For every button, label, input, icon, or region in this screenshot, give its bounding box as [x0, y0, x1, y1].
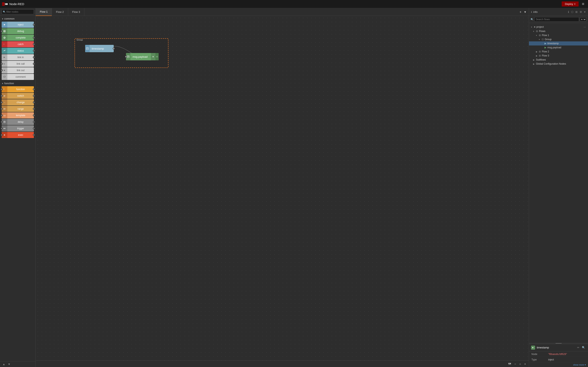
node-switch-port-left — [1, 95, 3, 97]
node-catch-port-right — [33, 43, 35, 45]
node-range-label: range — [7, 108, 34, 110]
timestamp-node-icon — [85, 45, 90, 52]
node-trigger-port-right — [33, 127, 35, 129]
node-comment-icon — [2, 74, 7, 80]
node-complete[interactable]: complete — [2, 35, 34, 41]
project-dots-menu[interactable]: ··· — [584, 25, 586, 29]
panel-collapse-button[interactable]: ▾ — [584, 10, 586, 14]
tree-global-config[interactable]: ▶ Global Configuration Nodes — [529, 62, 588, 66]
tab-flow3[interactable]: Flow 3 — [68, 8, 84, 16]
timestamp-tree-icon: ▶ — [545, 42, 546, 45]
tab-flow2[interactable]: Flow 2 — [52, 8, 68, 16]
show-more-button[interactable]: show more ▾ — [529, 363, 588, 367]
project-label: project — [536, 25, 544, 28]
global-config-chevron: ▶ — [533, 63, 535, 65]
msgpayload-node-menu[interactable] — [151, 53, 155, 60]
search-node-button[interactable]: 🔍 — [581, 346, 586, 350]
node-complete-port-right — [33, 37, 35, 39]
svg-line-4 — [4, 4, 5, 5]
tab-flow1[interactable]: Flow 1 — [36, 8, 52, 16]
canvas-node-msgpayload[interactable]: msg.payload — [126, 53, 159, 60]
flow3-label: Flow 3 — [542, 54, 549, 57]
search-flows-input[interactable] — [534, 17, 579, 22]
node-info-panel: timestamp ✏ 🔍 Node "f8baeafa.fdf628" Typ… — [529, 344, 588, 367]
group-container[interactable]: Group timestamp msg.payload — [75, 38, 168, 68]
filter-button[interactable]: ⊞ — [575, 10, 578, 14]
node-link-in[interactable]: link in — [2, 54, 34, 60]
zoom-out-button[interactable]: − — [513, 362, 517, 366]
msgpayload-tree-icon: ▶ — [545, 46, 546, 49]
node-function-port-right — [33, 88, 35, 90]
node-exec-label: exec — [7, 133, 34, 136]
info-panel-icon: ℹ — [531, 11, 532, 13]
svg-rect-1 — [2, 4, 4, 6]
export-button[interactable]: ⬡ — [571, 10, 574, 14]
settings-button[interactable]: ⚙ — [579, 10, 582, 14]
flow3-icon: ⊞ — [539, 54, 541, 57]
node-debug[interactable]: debug — [2, 28, 34, 34]
node-inject[interactable]: inject — [2, 22, 34, 28]
right-panel-title: info — [533, 10, 568, 13]
filter-nodes-input[interactable] — [2, 9, 34, 14]
add-tab-button[interactable]: + — [518, 9, 523, 15]
info-tab-button[interactable]: ℹ — [568, 10, 570, 14]
zoom-in-button[interactable]: + — [523, 362, 527, 366]
tab-dropdown-button[interactable]: ▾ — [523, 9, 527, 15]
node-comment-label: comment — [7, 75, 34, 78]
node-status[interactable]: status — [2, 48, 34, 54]
group-tree-icon: ⊡ — [542, 38, 544, 41]
canvas-area: Flow 1 Flow 2 Flow 3 + ▾ Group — [36, 8, 529, 367]
scroll-up-button[interactable]: ▲ — [2, 362, 6, 366]
node-change[interactable]: ↔ change — [2, 99, 34, 105]
category-function[interactable]: ▾ function — [0, 80, 35, 86]
tree-flow1[interactable]: ▾ ⊞ Flow 1 — [529, 33, 588, 37]
subflows-chevron: ▶ — [533, 59, 535, 61]
flow2-label: Flow 2 — [542, 50, 549, 53]
tree-timestamp[interactable]: ▶ timestamp — [529, 42, 588, 45]
node-comment[interactable]: comment — [2, 74, 34, 80]
tree-group[interactable]: ▾ ⊡ Group — [529, 37, 588, 42]
group-tree-label: Group — [545, 38, 552, 41]
map-view-button[interactable]: 🗺 — [507, 362, 512, 366]
edit-node-button[interactable]: ✏ — [576, 346, 580, 350]
node-link-call[interactable]: ⇆ link call — [2, 61, 34, 67]
flow-canvas[interactable]: Group timestamp msg.payload — [36, 16, 529, 360]
node-delay[interactable]: delay — [2, 119, 34, 125]
tree-msgpayload[interactable]: ▶ msg.payload — [529, 45, 588, 50]
scroll-down-button[interactable]: ▼ — [7, 362, 11, 366]
svg-text:f: f — [4, 88, 4, 90]
tree-flow2[interactable]: ▶ ⊞ Flow 2 — [529, 50, 588, 54]
group-label: Group — [77, 39, 83, 41]
tree-project[interactable]: ▾ ■ project ··· — [529, 25, 588, 29]
node-trigger[interactable]: trigger — [2, 125, 34, 132]
node-complete-icon — [2, 35, 7, 41]
node-range[interactable]: ⦿⦿ range — [2, 106, 34, 112]
flow1-chevron: ▾ — [536, 34, 538, 36]
zoom-reset-button[interactable]: ○ — [518, 362, 522, 366]
node-function-label: function — [7, 88, 34, 91]
hamburger-menu-button[interactable]: ≡ — [580, 1, 586, 7]
tree-flow3[interactable]: ▶ ⊞ Flow 3 — [529, 54, 588, 58]
node-template[interactable]: {{}} template — [2, 112, 34, 118]
svg-marker-11 — [4, 57, 5, 58]
tree-flows[interactable]: ▾ ⊞ Flows — [529, 29, 588, 33]
search-flows-dropdown[interactable]: ▾ — [580, 17, 586, 21]
node-catch[interactable]: ! catch — [2, 41, 34, 47]
svg-marker-5 — [4, 24, 5, 25]
node-link-out[interactable]: link out — [2, 67, 34, 73]
node-function[interactable]: f function — [2, 86, 34, 92]
node-inject-port-right — [33, 24, 35, 26]
node-debug-label: debug — [7, 30, 34, 33]
node-info-table: Node "f8baeafa.fdf628" Type inject — [529, 351, 588, 363]
node-switch[interactable]: ⇄ switch — [2, 93, 34, 99]
flows-icon: ⊞ — [536, 30, 538, 33]
canvas-node-timestamp[interactable]: timestamp — [85, 45, 114, 52]
category-common[interactable]: ▾ common — [0, 16, 35, 21]
svg-rect-6 — [4, 30, 5, 32]
node-switch-port-right — [33, 95, 35, 97]
tree-subflows[interactable]: ▶ Subflows — [529, 58, 588, 62]
deploy-button[interactable]: Deploy ▾ — [562, 1, 579, 7]
node-link-out-label: link out — [7, 69, 34, 72]
node-exec[interactable]: exec — [2, 132, 34, 138]
node-info-header: timestamp ✏ 🔍 — [529, 344, 588, 351]
